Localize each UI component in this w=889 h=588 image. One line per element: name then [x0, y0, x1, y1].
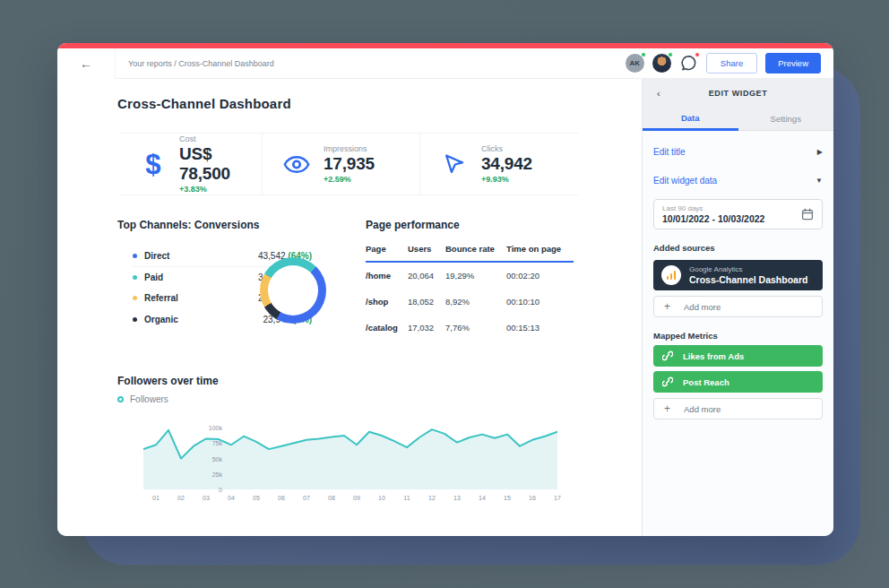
plus-icon: + [664, 402, 670, 415]
panel-header: ‹ EDIT WIDGET [643, 79, 833, 108]
kpi-label: Impressions [324, 144, 375, 153]
table-row[interactable]: /catalog17,0327,76%00:15:13 [366, 315, 574, 341]
date-range-picker[interactable]: Last 90 days 10/01/2022 - 10/03/2022 [653, 199, 823, 229]
edit-widget-panel: ‹ EDIT WIDGET Data Settings Edit title ▶… [643, 79, 833, 536]
x-tick-label: 17 [554, 495, 561, 501]
kpi-value: 17,935 [324, 154, 375, 174]
table-row[interactable]: /shop18,0528,92%00:10:10 [366, 289, 574, 315]
x-tick-label: 14 [479, 495, 486, 501]
kpi-delta: +3.83% [179, 185, 262, 194]
link-icon [662, 376, 673, 387]
mapped-metrics-label: Mapped Metrics [653, 331, 823, 341]
online-status-dot [668, 52, 673, 57]
online-status-dot [641, 52, 646, 57]
dollar-icon: $ [145, 151, 160, 178]
legend-dot [133, 254, 137, 258]
y-tick-label: 0 [199, 487, 222, 493]
legend-dot [133, 296, 137, 300]
back-button[interactable]: ← [57, 48, 115, 79]
followers-title: Followers over time [117, 375, 219, 387]
tab-data[interactable]: Data [643, 108, 738, 131]
x-tick-label: 02 [177, 495, 185, 501]
source-card[interactable]: Google Analytics Cross-Channel Dashboard [653, 260, 823, 290]
kpi-impressions: Impressions 17,935 +2.59% [262, 134, 419, 195]
breadcrumb[interactable]: Your reports / Cross-Channel Dashboard [128, 59, 274, 68]
kpi-label: Cost [179, 134, 262, 143]
google-analytics-icon [661, 265, 681, 285]
x-tick-label: 09 [353, 495, 360, 501]
source-name: Cross-Channel Dashboard [689, 274, 807, 285]
x-tick-label: 08 [328, 495, 335, 501]
edit-widget-data-row[interactable]: Edit widget data ▼ [653, 169, 823, 192]
page-performance-table[interactable]: PageUsersBounce rateTime on page /home20… [366, 244, 574, 341]
added-sources-label: Added sources [653, 243, 823, 253]
kpi-row-widget[interactable]: $ Cost US$ 78,500 +3.83% [120, 133, 579, 195]
panel-back-chevron-icon[interactable]: ‹ [657, 88, 660, 99]
x-tick-label: 05 [253, 495, 260, 501]
y-tick-label: 75k [199, 440, 222, 446]
kpi-value: 34,942 [481, 154, 532, 174]
table-row[interactable]: /home20,06419,29%00:02:20 [366, 263, 574, 289]
metric-post-reach[interactable]: Post Reach [653, 371, 823, 393]
report-canvas: Cross-Channel Dashboard $ Cost US$ 78,50… [57, 79, 643, 536]
y-tick-label: 100k [199, 425, 222, 431]
comments-button[interactable] [679, 54, 698, 73]
link-icon [662, 350, 673, 361]
kpi-label: Clicks [481, 144, 532, 153]
legend-dot [133, 275, 137, 280]
tab-settings[interactable]: Settings [738, 108, 834, 131]
x-tick-label: 11 [403, 495, 410, 501]
kpi-value: US$ 78,500 [179, 144, 262, 184]
table-header: PageUsersBounce rateTime on page [366, 244, 574, 263]
metric-likes-from-ads[interactable]: Likes from Ads [653, 345, 823, 367]
series-marker-icon [117, 396, 124, 402]
x-tick-label: 15 [504, 495, 511, 501]
add-source-button[interactable]: + Add more [653, 296, 823, 317]
x-tick-label: 16 [529, 495, 536, 501]
share-button[interactable]: Share [706, 53, 757, 74]
x-tick-label: 13 [453, 495, 461, 501]
donut-chart[interactable] [260, 257, 326, 324]
kpi-delta: +2.59% [324, 175, 375, 184]
followers-legend[interactable]: Followers [117, 394, 168, 404]
top-channels-title: Top Channels: Conversions [117, 219, 259, 231]
panel-tabs: Data Settings [643, 108, 833, 131]
page-performance-title: Page performance [366, 219, 460, 231]
y-tick-label: 25k [199, 471, 222, 477]
calendar-icon [801, 208, 814, 220]
panel-title: EDIT WIDGET [709, 89, 768, 98]
x-tick-label: 04 [228, 495, 235, 501]
add-metric-button[interactable]: + Add more [653, 398, 823, 419]
avatar-photo[interactable] [652, 54, 671, 73]
app-window: ← Your reports / Cross-Channel Dashboard… [57, 43, 833, 536]
date-preset-label: Last 90 days [662, 204, 764, 212]
panel-content: Edit title ▶ Edit widget data ▼ Last 90 … [643, 131, 833, 536]
avatar-ak[interactable]: AK [626, 54, 644, 73]
kpi-cost: $ Cost US$ 78,500 +3.83% [120, 134, 262, 195]
preview-button[interactable]: Preview [765, 53, 821, 74]
x-tick-label: 01 [152, 495, 160, 501]
x-tick-label: 03 [203, 495, 210, 501]
date-range-value: 10/01/2022 - 10/03/2022 [662, 213, 764, 224]
chevron-right-icon: ▶ [817, 148, 823, 156]
y-tick-label: 50k [199, 455, 222, 462]
eye-icon [283, 155, 310, 174]
notification-dot [695, 52, 700, 57]
chat-bubble-icon [680, 55, 697, 72]
x-tick-label: 06 [278, 495, 285, 501]
page-title: Cross-Channel Dashboard [117, 96, 291, 111]
cursor-icon [444, 153, 465, 175]
source-provider: Google Analytics [689, 265, 807, 273]
chevron-down-icon: ▼ [816, 177, 823, 185]
top-bar: ← Your reports / Cross-Channel Dashboard… [57, 48, 833, 79]
edit-title-row[interactable]: Edit title ▶ [653, 140, 823, 163]
kpi-clicks: Clicks 34,942 +9.93% [419, 134, 579, 195]
x-tick-label: 12 [428, 495, 436, 501]
legend-dot [133, 317, 137, 322]
back-arrow-icon: ← [80, 56, 92, 71]
kpi-delta: +9.93% [481, 175, 532, 184]
x-tick-label: 07 [303, 495, 310, 501]
plus-icon: + [664, 300, 670, 313]
x-tick-label: 10 [378, 495, 385, 501]
